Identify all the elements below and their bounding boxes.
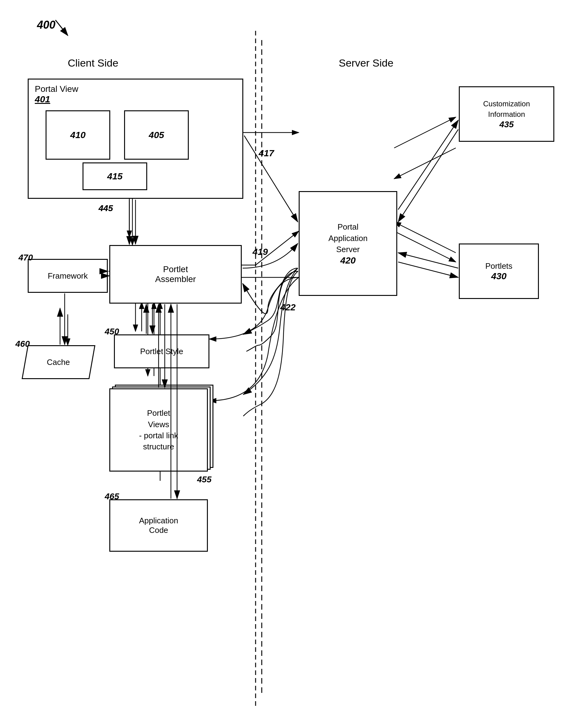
- framework-box: Framework: [28, 259, 108, 293]
- label-470: 470: [19, 253, 33, 263]
- label-450: 450: [105, 327, 119, 337]
- figure-arrow: [37, 17, 74, 42]
- customization-info-box: CustomizationInformation 435: [459, 86, 554, 142]
- cache-box: Cache: [22, 345, 95, 379]
- portlet-415-label: 415: [107, 171, 122, 182]
- label-460: 460: [16, 339, 30, 349]
- portlet-410-label: 410: [70, 130, 86, 140]
- portal-view-number: 401: [35, 94, 78, 104]
- label-455: 455: [197, 475, 212, 485]
- portlet-style-box: Portlet Style: [114, 334, 210, 368]
- portlets-label: Portlets: [485, 261, 512, 271]
- label-465: 465: [105, 492, 119, 501]
- portlet-410-box: 410: [46, 110, 110, 160]
- label-445: 445: [99, 203, 113, 213]
- svg-line-2: [394, 117, 456, 148]
- label-422: 422: [280, 302, 296, 313]
- portal-view-label: Portal View: [35, 84, 78, 94]
- portal-view-box: Portal View 401 410 405 415: [28, 79, 243, 199]
- portlet-style-label: Portlet Style: [140, 347, 183, 356]
- portlet-views-label: PortletViews- portal linkstructure: [139, 408, 178, 452]
- label-417: 417: [259, 148, 274, 158]
- portal-app-server-number: 420: [328, 255, 367, 266]
- svg-line-36: [398, 262, 458, 278]
- label-419: 419: [252, 246, 268, 257]
- svg-line-16: [55, 20, 68, 35]
- customization-info-number: 435: [483, 120, 530, 129]
- portlet-assembler-box: PortletAssembler: [109, 245, 242, 304]
- application-code-box: ApplicationCode: [109, 499, 208, 552]
- diagram: 400 Client Side Server Side Portal View …: [0, 0, 582, 728]
- svg-line-3: [394, 148, 456, 179]
- application-code-label: ApplicationCode: [139, 516, 178, 535]
- portlet-assembler-label: PortletAssembler: [155, 264, 196, 284]
- cache-label: Cache: [47, 358, 70, 367]
- client-side-label: Client Side: [68, 57, 118, 69]
- customization-info-label: CustomizationInformation: [483, 99, 530, 119]
- framework-label: Framework: [48, 271, 88, 281]
- cache-box-container: Cache: [25, 345, 92, 379]
- portlet-405-box: 405: [124, 110, 189, 160]
- svg-line-5: [394, 222, 456, 253]
- portal-app-server-box: PortalApplicationServer 420: [299, 191, 397, 296]
- server-side-label: Server Side: [339, 57, 393, 69]
- svg-line-4: [394, 231, 456, 262]
- svg-line-35: [398, 129, 458, 222]
- svg-line-34: [398, 120, 458, 210]
- portlets-number: 430: [485, 271, 512, 281]
- portlet-415-box: 415: [83, 162, 147, 190]
- portlet-405-label: 405: [149, 130, 164, 140]
- svg-line-37: [398, 253, 458, 268]
- portal-app-server-label: PortalApplicationServer: [328, 221, 367, 255]
- portlets-box: Portlets 430: [459, 243, 539, 299]
